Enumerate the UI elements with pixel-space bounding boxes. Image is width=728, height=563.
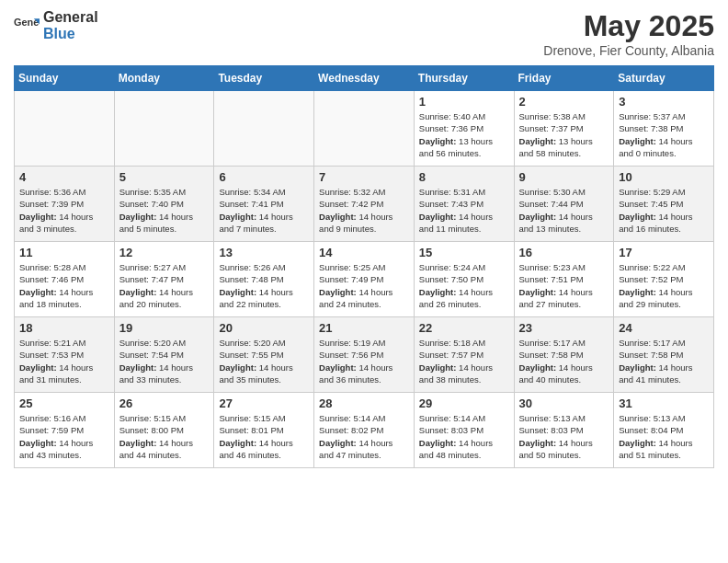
calendar-day-cell: 29Sunrise: 5:14 AMSunset: 8:03 PMDayligh… [414,393,514,468]
calendar-day-cell: 14Sunrise: 5:25 AMSunset: 7:49 PMDayligh… [314,242,415,317]
day-info: Sunrise: 5:21 AMSunset: 7:53 PMDaylight:… [19,337,109,385]
day-info: Sunrise: 5:30 AMSunset: 7:44 PMDaylight:… [519,186,609,235]
day-number: 5 [119,170,210,184]
day-info: Sunrise: 5:14 AMSunset: 8:03 PMDaylight:… [419,412,509,461]
calendar-day-cell: 7Sunrise: 5:32 AMSunset: 7:42 PMDaylight… [314,167,415,242]
calendar-day-cell: 25Sunrise: 5:16 AMSunset: 7:59 PMDayligh… [15,393,115,468]
weekday-header-cell: Sunday [15,66,115,91]
calendar-table: SundayMondayTuesdayWednesdayThursdayFrid… [14,65,714,468]
calendar-day-cell: 24Sunrise: 5:17 AMSunset: 7:58 PMDayligh… [614,317,714,393]
calendar-week-row: 1Sunrise: 5:40 AMSunset: 7:36 PMDaylight… [15,91,714,167]
calendar-day-cell: 2Sunrise: 5:38 AMSunset: 7:37 PMDaylight… [514,91,614,167]
day-info: Sunrise: 5:15 AMSunset: 8:01 PMDaylight:… [219,412,309,461]
day-info: Sunrise: 5:14 AMSunset: 8:02 PMDaylight:… [319,412,409,461]
calendar-day-cell: 15Sunrise: 5:24 AMSunset: 7:50 PMDayligh… [414,242,514,317]
day-number: 30 [519,396,609,410]
weekday-header-cell: Friday [514,66,614,91]
day-info: Sunrise: 5:19 AMSunset: 7:56 PMDaylight:… [319,337,409,385]
day-info: Sunrise: 5:28 AMSunset: 7:46 PMDaylight:… [19,261,109,310]
day-info: Sunrise: 5:16 AMSunset: 7:59 PMDaylight:… [19,412,109,461]
day-info: Sunrise: 5:13 AMSunset: 8:04 PMDaylight:… [619,412,709,461]
day-number: 19 [119,321,210,335]
day-info: Sunrise: 5:20 AMSunset: 7:54 PMDaylight:… [119,337,210,385]
calendar-day-cell [114,91,214,167]
day-number: 7 [319,170,409,184]
day-number: 26 [119,396,210,410]
day-number: 18 [19,321,109,335]
month-title: May 2025 [543,9,714,43]
day-info: Sunrise: 5:25 AMSunset: 7:49 PMDaylight:… [319,261,409,310]
calendar-day-cell [15,91,115,167]
day-number: 15 [419,246,509,259]
calendar-day-cell: 20Sunrise: 5:20 AMSunset: 7:55 PMDayligh… [214,317,314,393]
calendar-day-cell: 11Sunrise: 5:28 AMSunset: 7:46 PMDayligh… [15,242,115,317]
weekday-header-cell: Monday [114,66,214,91]
weekday-header-cell: Saturday [614,66,714,91]
day-number: 3 [619,95,709,109]
day-number: 24 [619,321,709,335]
day-info: Sunrise: 5:27 AMSunset: 7:47 PMDaylight:… [119,261,210,310]
day-number: 2 [519,95,609,109]
calendar-day-cell: 31Sunrise: 5:13 AMSunset: 8:04 PMDayligh… [614,393,714,468]
calendar-day-cell: 1Sunrise: 5:40 AMSunset: 7:36 PMDaylight… [414,91,514,167]
calendar-week-row: 11Sunrise: 5:28 AMSunset: 7:46 PMDayligh… [15,242,714,317]
day-number: 29 [419,396,509,410]
day-info: Sunrise: 5:20 AMSunset: 7:55 PMDaylight:… [219,337,309,385]
calendar-week-row: 25Sunrise: 5:16 AMSunset: 7:59 PMDayligh… [15,393,714,468]
day-number: 23 [519,321,609,335]
day-info: Sunrise: 5:15 AMSunset: 8:00 PMDaylight:… [119,412,210,461]
calendar-day-cell [214,91,314,167]
calendar-day-cell: 16Sunrise: 5:23 AMSunset: 7:51 PMDayligh… [514,242,614,317]
calendar-day-cell: 5Sunrise: 5:35 AMSunset: 7:40 PMDaylight… [114,167,214,242]
calendar-day-cell: 19Sunrise: 5:20 AMSunset: 7:54 PMDayligh… [114,317,214,393]
calendar-day-cell: 10Sunrise: 5:29 AMSunset: 7:45 PMDayligh… [614,167,714,242]
day-number: 4 [19,170,109,184]
day-info: Sunrise: 5:18 AMSunset: 7:57 PMDaylight:… [419,337,509,385]
calendar-day-cell: 8Sunrise: 5:31 AMSunset: 7:43 PMDaylight… [414,167,514,242]
day-info: Sunrise: 5:37 AMSunset: 7:38 PMDaylight:… [619,110,709,159]
day-number: 22 [419,321,509,335]
day-number: 14 [319,246,409,259]
day-info: Sunrise: 5:38 AMSunset: 7:37 PMDaylight:… [519,110,609,159]
location-subtitle: Drenove, Fier County, Albania [543,43,714,58]
day-number: 21 [319,321,409,335]
day-number: 20 [219,321,309,335]
day-info: Sunrise: 5:35 AMSunset: 7:40 PMDaylight:… [119,186,210,235]
day-info: Sunrise: 5:36 AMSunset: 7:39 PMDaylight:… [19,186,109,235]
calendar-day-cell: 4Sunrise: 5:36 AMSunset: 7:39 PMDaylight… [15,167,115,242]
calendar-day-cell [314,91,415,167]
calendar-day-cell: 22Sunrise: 5:18 AMSunset: 7:57 PMDayligh… [414,317,514,393]
weekday-header-row: SundayMondayTuesdayWednesdayThursdayFrid… [15,66,714,91]
day-info: Sunrise: 5:13 AMSunset: 8:03 PMDaylight:… [519,412,609,461]
calendar-day-cell: 28Sunrise: 5:14 AMSunset: 8:02 PMDayligh… [314,393,415,468]
calendar-day-cell: 13Sunrise: 5:26 AMSunset: 7:48 PMDayligh… [214,242,314,317]
day-number: 13 [219,246,309,259]
day-info: Sunrise: 5:22 AMSunset: 7:52 PMDaylight:… [619,261,709,310]
logo-icon: General [14,13,40,39]
calendar-day-cell: 21Sunrise: 5:19 AMSunset: 7:56 PMDayligh… [314,317,415,393]
day-number: 16 [519,246,609,259]
calendar-day-cell: 18Sunrise: 5:21 AMSunset: 7:53 PMDayligh… [15,317,115,393]
calendar-body: 1Sunrise: 5:40 AMSunset: 7:36 PMDaylight… [15,91,714,468]
day-number: 12 [119,246,210,259]
day-info: Sunrise: 5:17 AMSunset: 7:58 PMDaylight:… [619,337,709,385]
day-number: 28 [319,396,409,410]
calendar-day-cell: 27Sunrise: 5:15 AMSunset: 8:01 PMDayligh… [214,393,314,468]
calendar-week-row: 4Sunrise: 5:36 AMSunset: 7:39 PMDaylight… [15,167,714,242]
day-number: 25 [19,396,109,410]
logo-general-text: General [43,9,98,26]
svg-text:General: General [14,17,40,28]
calendar-day-cell: 9Sunrise: 5:30 AMSunset: 7:44 PMDaylight… [514,167,614,242]
calendar-day-cell: 17Sunrise: 5:22 AMSunset: 7:52 PMDayligh… [614,242,714,317]
calendar-day-cell: 23Sunrise: 5:17 AMSunset: 7:58 PMDayligh… [514,317,614,393]
calendar-day-cell: 30Sunrise: 5:13 AMSunset: 8:03 PMDayligh… [514,393,614,468]
weekday-header-cell: Tuesday [214,66,314,91]
title-section: May 2025 Drenove, Fier County, Albania [543,9,714,58]
day-info: Sunrise: 5:26 AMSunset: 7:48 PMDaylight:… [219,261,309,310]
day-info: Sunrise: 5:32 AMSunset: 7:42 PMDaylight:… [319,186,409,235]
day-number: 9 [519,170,609,184]
day-number: 8 [419,170,509,184]
calendar-day-cell: 12Sunrise: 5:27 AMSunset: 7:47 PMDayligh… [114,242,214,317]
logo-blue-text: Blue [43,26,98,42]
day-number: 1 [419,95,509,109]
